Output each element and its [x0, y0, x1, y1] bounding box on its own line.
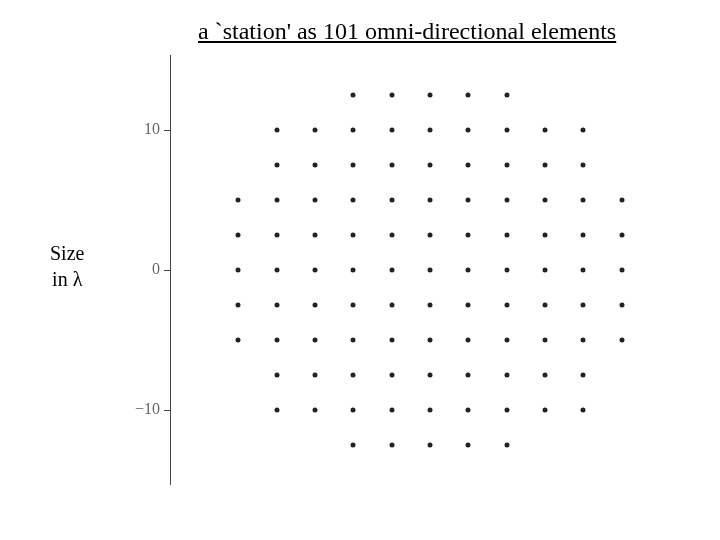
element-dot	[428, 443, 433, 448]
element-dot	[313, 198, 318, 203]
element-dot	[619, 303, 624, 308]
element-dot	[504, 233, 509, 238]
element-dot	[313, 128, 318, 133]
element-dot	[466, 93, 471, 98]
element-dot	[236, 303, 241, 308]
element-dot	[581, 128, 586, 133]
element-dot	[351, 443, 356, 448]
element-dot	[351, 128, 356, 133]
element-dot	[313, 373, 318, 378]
element-dot	[274, 408, 279, 413]
element-dot	[543, 408, 548, 413]
element-dot	[543, 338, 548, 343]
element-dot	[351, 198, 356, 203]
element-dot	[274, 198, 279, 203]
element-dot	[581, 233, 586, 238]
element-dot	[466, 443, 471, 448]
element-dot	[504, 93, 509, 98]
element-dot	[543, 373, 548, 378]
element-dot	[428, 198, 433, 203]
element-dot	[428, 268, 433, 273]
element-dot	[313, 338, 318, 343]
element-dot	[351, 93, 356, 98]
y-axis-line	[170, 55, 171, 485]
element-dot	[274, 303, 279, 308]
element-dot	[351, 338, 356, 343]
element-dot	[351, 163, 356, 168]
lambda-symbol: λ	[73, 268, 83, 290]
element-dot	[389, 408, 394, 413]
element-dot	[581, 303, 586, 308]
element-dot	[504, 338, 509, 343]
element-dot	[389, 373, 394, 378]
element-dot	[236, 233, 241, 238]
element-dot	[543, 233, 548, 238]
y-tick-label: 0	[120, 260, 160, 278]
element-dot	[466, 163, 471, 168]
element-dot	[581, 373, 586, 378]
element-dot	[351, 303, 356, 308]
element-dot	[504, 408, 509, 413]
ylabel-line1: Size	[50, 242, 84, 264]
element-dot	[274, 233, 279, 238]
element-dot	[389, 443, 394, 448]
y-tick	[164, 270, 170, 271]
element-dot	[466, 268, 471, 273]
element-dot	[466, 373, 471, 378]
element-dot	[543, 128, 548, 133]
element-dot	[389, 93, 394, 98]
element-dot	[313, 163, 318, 168]
element-dot	[619, 268, 624, 273]
element-dot	[543, 198, 548, 203]
element-dot	[313, 303, 318, 308]
element-dot	[504, 163, 509, 168]
element-dot	[619, 233, 624, 238]
y-axis-label: Size in λ	[50, 240, 84, 292]
element-dot	[504, 268, 509, 273]
element-dot	[504, 198, 509, 203]
y-tick-label: 10	[120, 120, 160, 138]
element-dot	[581, 163, 586, 168]
ylabel-line2: in	[52, 268, 73, 290]
element-dot	[274, 163, 279, 168]
element-dot	[428, 128, 433, 133]
element-dot	[581, 338, 586, 343]
element-dot	[466, 408, 471, 413]
element-dot	[428, 408, 433, 413]
chart-title: a `station' as 101 omni-directional elem…	[198, 18, 616, 45]
element-dot	[389, 128, 394, 133]
element-dot	[389, 338, 394, 343]
element-dot	[389, 163, 394, 168]
element-dot	[389, 268, 394, 273]
element-dot	[428, 338, 433, 343]
element-dot	[274, 128, 279, 133]
y-tick	[164, 410, 170, 411]
element-dot	[428, 373, 433, 378]
element-dot	[428, 93, 433, 98]
element-dot	[389, 303, 394, 308]
element-dot	[504, 303, 509, 308]
element-dot	[313, 408, 318, 413]
y-tick	[164, 130, 170, 131]
element-dot	[351, 408, 356, 413]
element-dot	[274, 268, 279, 273]
element-dot	[504, 128, 509, 133]
element-dot	[428, 303, 433, 308]
element-dot	[351, 233, 356, 238]
element-dot	[389, 198, 394, 203]
element-dot	[504, 373, 509, 378]
element-dot	[428, 163, 433, 168]
element-dot	[466, 338, 471, 343]
scatter-plot: 100−10	[160, 50, 680, 490]
element-dot	[274, 338, 279, 343]
element-dot	[619, 198, 624, 203]
element-dot	[236, 198, 241, 203]
element-dot	[389, 233, 394, 238]
element-dot	[543, 163, 548, 168]
element-dot	[428, 233, 433, 238]
element-dot	[466, 128, 471, 133]
element-dot	[581, 408, 586, 413]
element-dot	[351, 268, 356, 273]
element-dot	[236, 268, 241, 273]
element-dot	[466, 303, 471, 308]
